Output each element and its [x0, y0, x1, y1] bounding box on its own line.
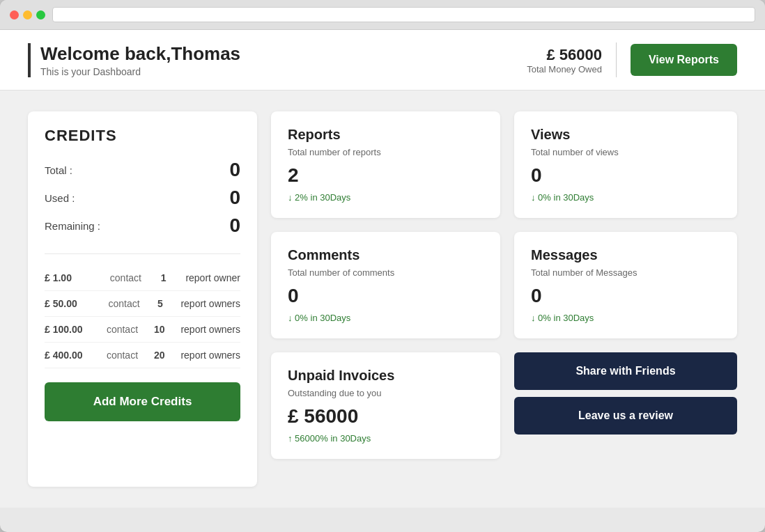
views-title: Views [531, 127, 720, 143]
price-row: £ 50.00 contact 5 report owners [45, 291, 240, 317]
dot-maximize[interactable] [36, 10, 45, 19]
credits-title: CREDITS [45, 127, 240, 145]
credits-remaining-row: Remaining : 0 [45, 214, 240, 237]
invoices-card: Unpaid Invoices Outstanding due to you £… [271, 352, 500, 459]
left-column: Reports Total number of reports 2 ↓ 2% i… [271, 111, 500, 459]
dot-close[interactable] [10, 10, 19, 19]
comments-subtitle: Total number of comments [288, 267, 484, 278]
credits-panel: CREDITS Total : 0 Used : 0 Remaining : 0 [28, 111, 257, 487]
browser-dots [10, 10, 45, 19]
money-amount: £ 56000 [527, 46, 602, 64]
credits-total-row: Total : 0 [45, 159, 240, 181]
invoices-title: Unpaid Invoices [288, 368, 484, 384]
reports-subtitle: Total number of reports [288, 147, 484, 157]
header-divider [616, 42, 617, 77]
price-row: £ 1.00 contact 1 report owner [45, 265, 240, 291]
messages-value: 0 [531, 285, 720, 307]
comments-trend: ↓ 0% in 30Days [288, 313, 484, 323]
dot-minimize[interactable] [23, 10, 32, 19]
messages-subtitle: Total number of Messages [531, 267, 720, 278]
views-value: 0 [531, 164, 720, 187]
price-contact: contact [107, 350, 138, 361]
price-amount: £ 50.00 [45, 298, 93, 309]
price-count: 1 [161, 272, 167, 283]
price-count: 5 [157, 298, 163, 309]
price-amount: £ 1.00 [45, 272, 93, 283]
reports-value: 2 [288, 164, 484, 187]
price-label: report owner [185, 272, 240, 283]
browser-window: Welcome back,Thomas This is your Dashboa… [0, 0, 765, 532]
price-row: £ 100.00 contact 10 report owners [45, 317, 240, 343]
price-contact: contact [107, 324, 138, 335]
price-label: report owners [180, 324, 240, 335]
credits-total-value: 0 [229, 159, 240, 181]
messages-trend: ↓ 0% in 30Days [531, 313, 720, 323]
view-reports-button[interactable]: View Reports [631, 44, 737, 76]
header-left: Welcome back,Thomas This is your Dashboa… [28, 43, 240, 77]
messages-card: Messages Total number of Messages 0 ↓ 0%… [514, 232, 737, 338]
address-bar[interactable] [52, 7, 755, 22]
money-section: £ 56000 Total Money Owed [527, 46, 602, 75]
comments-card: Comments Total number of comments 0 ↓ 0%… [271, 232, 500, 338]
add-credits-button[interactable]: Add More Credits [45, 382, 240, 421]
credits-remaining-value: 0 [229, 214, 240, 237]
credits-used-row: Used : 0 [45, 187, 240, 209]
price-label: report owners [180, 350, 240, 361]
money-label: Total Money Owed [527, 64, 602, 75]
middle-column: Views Total number of views 0 ↓ 0% in 30… [514, 111, 737, 459]
price-count: 10 [154, 324, 165, 335]
views-card: Views Total number of views 0 ↓ 0% in 30… [514, 111, 737, 218]
browser-chrome [0, 0, 765, 30]
messages-title: Messages [531, 247, 720, 263]
views-trend: ↓ 0% in 30Days [531, 192, 720, 203]
credits-used-value: 0 [229, 187, 240, 209]
comments-title: Comments [288, 247, 484, 263]
header: Welcome back,Thomas This is your Dashboa… [0, 30, 765, 91]
comments-value: 0 [288, 285, 484, 307]
price-amount: £ 400.00 [45, 350, 93, 361]
header-right: £ 56000 Total Money Owed View Reports [527, 42, 737, 77]
views-subtitle: Total number of views [531, 147, 720, 157]
reports-card: Reports Total number of reports 2 ↓ 2% i… [271, 111, 500, 218]
grid-layout: Reports Total number of reports 2 ↓ 2% i… [28, 111, 737, 487]
reports-title: Reports [288, 127, 484, 143]
price-rows: £ 1.00 contact 1 report owner £ 50.00 co… [45, 265, 240, 368]
price-label: report owners [180, 298, 240, 309]
invoices-trend: ↑ 56000% in 30Days [288, 433, 484, 444]
price-contact: contact [108, 298, 139, 309]
welcome-title: Welcome back,Thomas [40, 43, 240, 65]
credits-remaining-label: Remaining : [45, 220, 100, 232]
review-button[interactable]: Leave us a review [514, 397, 737, 435]
invoices-subtitle: Outstanding due to you [288, 388, 484, 398]
price-amount: £ 100.00 [45, 324, 93, 335]
share-button[interactable]: Share with Friends [514, 352, 737, 390]
reports-trend: ↓ 2% in 30Days [288, 192, 484, 203]
credits-used-label: Used : [45, 192, 75, 204]
page-content: Welcome back,Thomas This is your Dashboa… [0, 30, 765, 508]
credits-total-label: Total : [45, 164, 72, 176]
main-content: Reports Total number of reports 2 ↓ 2% i… [0, 91, 765, 508]
credits-divider [45, 253, 240, 254]
price-row: £ 400.00 contact 20 report owners [45, 343, 240, 368]
welcome-subtitle: This is your Dashboard [40, 66, 240, 77]
price-count: 20 [154, 350, 165, 361]
actions-column: Share with Friends Leave us a review [514, 352, 737, 441]
price-contact: contact [110, 272, 141, 283]
invoices-value: £ 56000 [288, 405, 484, 428]
